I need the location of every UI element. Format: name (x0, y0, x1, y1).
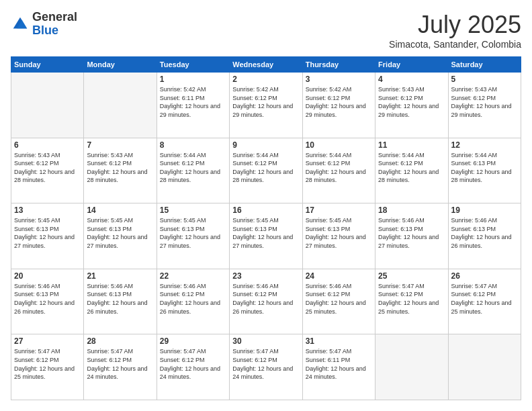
day-info: Sunrise: 5:45 AM Sunset: 6:13 PM Dayligh… (14, 216, 81, 250)
day-info: Sunrise: 5:44 AM Sunset: 6:12 PM Dayligh… (378, 151, 445, 185)
day-number: 15 (160, 205, 226, 215)
calendar-cell: 24Sunrise: 5:46 AM Sunset: 6:12 PM Dayli… (302, 269, 375, 334)
day-info: Sunrise: 5:43 AM Sunset: 6:12 PM Dayligh… (451, 85, 518, 119)
page: General Blue July 2025 Simacota, Santand… (0, 0, 532, 411)
day-number: 8 (160, 140, 226, 150)
day-number: 2 (232, 75, 299, 84)
calendar-cell (375, 334, 448, 400)
calendar-cell: 11Sunrise: 5:44 AM Sunset: 6:12 PM Dayli… (375, 138, 448, 203)
calendar-cell: 6Sunrise: 5:43 AM Sunset: 6:12 PM Daylig… (11, 138, 84, 203)
day-info: Sunrise: 5:47 AM Sunset: 6:12 PM Dayligh… (451, 282, 518, 316)
day-number: 5 (451, 75, 518, 84)
header-sunday: Sunday (11, 57, 84, 73)
calendar-cell: 30Sunrise: 5:47 AM Sunset: 6:12 PM Dayli… (230, 334, 302, 400)
calendar-cell: 16Sunrise: 5:45 AM Sunset: 6:13 PM Dayli… (230, 203, 302, 269)
day-info: Sunrise: 5:42 AM Sunset: 6:12 PM Dayligh… (232, 85, 299, 119)
day-info: Sunrise: 5:45 AM Sunset: 6:13 PM Dayligh… (87, 216, 153, 250)
day-number: 4 (378, 75, 445, 84)
day-info: Sunrise: 5:47 AM Sunset: 6:11 PM Dayligh… (306, 347, 372, 381)
calendar-cell (84, 73, 157, 138)
logo-icon (11, 15, 30, 34)
calendar-cell: 13Sunrise: 5:45 AM Sunset: 6:13 PM Dayli… (11, 203, 84, 269)
day-info: Sunrise: 5:47 AM Sunset: 6:12 PM Dayligh… (160, 347, 226, 381)
day-number: 25 (378, 271, 445, 281)
day-info: Sunrise: 5:46 AM Sunset: 6:13 PM Dayligh… (87, 282, 153, 316)
calendar-cell: 7Sunrise: 5:43 AM Sunset: 6:12 PM Daylig… (84, 138, 157, 203)
header-wednesday: Wednesday (230, 57, 302, 73)
day-number: 7 (87, 140, 153, 150)
calendar-cell: 23Sunrise: 5:46 AM Sunset: 6:12 PM Dayli… (230, 269, 302, 334)
calendar-cell: 26Sunrise: 5:47 AM Sunset: 6:12 PM Dayli… (448, 269, 521, 334)
calendar-cell: 9Sunrise: 5:44 AM Sunset: 6:12 PM Daylig… (230, 138, 302, 203)
week-row-5: 27Sunrise: 5:47 AM Sunset: 6:12 PM Dayli… (11, 334, 521, 400)
day-info: Sunrise: 5:44 AM Sunset: 6:13 PM Dayligh… (451, 151, 518, 185)
day-number: 23 (232, 271, 299, 281)
calendar-cell: 29Sunrise: 5:47 AM Sunset: 6:12 PM Dayli… (157, 334, 229, 400)
day-number: 30 (232, 336, 299, 346)
day-number: 18 (378, 205, 445, 215)
day-number: 13 (14, 205, 81, 215)
day-number: 27 (14, 336, 81, 346)
day-info: Sunrise: 5:47 AM Sunset: 6:12 PM Dayligh… (232, 347, 299, 381)
title-block: July 2025 Simacota, Santander, Colombia (389, 11, 521, 50)
calendar-cell (11, 73, 84, 138)
calendar-cell: 14Sunrise: 5:45 AM Sunset: 6:13 PM Dayli… (84, 203, 157, 269)
day-info: Sunrise: 5:42 AM Sunset: 6:11 PM Dayligh… (160, 85, 226, 119)
calendar-cell: 22Sunrise: 5:46 AM Sunset: 6:12 PM Dayli… (157, 269, 229, 334)
calendar-cell: 17Sunrise: 5:45 AM Sunset: 6:13 PM Dayli… (302, 203, 375, 269)
day-info: Sunrise: 5:46 AM Sunset: 6:12 PM Dayligh… (160, 282, 226, 316)
day-number: 19 (451, 205, 518, 215)
day-info: Sunrise: 5:47 AM Sunset: 6:12 PM Dayligh… (378, 282, 445, 316)
calendar-cell: 28Sunrise: 5:47 AM Sunset: 6:12 PM Dayli… (84, 334, 157, 400)
day-number: 16 (232, 205, 299, 215)
calendar-cell: 10Sunrise: 5:44 AM Sunset: 6:12 PM Dayli… (302, 138, 375, 203)
calendar-cell (448, 334, 521, 400)
calendar-cell: 27Sunrise: 5:47 AM Sunset: 6:12 PM Dayli… (11, 334, 84, 400)
day-number: 10 (306, 140, 372, 150)
header-saturday: Saturday (448, 57, 521, 73)
week-row-3: 13Sunrise: 5:45 AM Sunset: 6:13 PM Dayli… (11, 203, 521, 269)
logo-text: General Blue (32, 11, 77, 38)
calendar-cell: 20Sunrise: 5:46 AM Sunset: 6:13 PM Dayli… (11, 269, 84, 334)
day-info: Sunrise: 5:47 AM Sunset: 6:12 PM Dayligh… (14, 347, 81, 381)
week-row-4: 20Sunrise: 5:46 AM Sunset: 6:13 PM Dayli… (11, 269, 521, 334)
header-monday: Monday (84, 57, 157, 73)
day-number: 6 (14, 140, 81, 150)
calendar-cell: 12Sunrise: 5:44 AM Sunset: 6:13 PM Dayli… (448, 138, 521, 203)
day-info: Sunrise: 5:44 AM Sunset: 6:12 PM Dayligh… (160, 151, 226, 185)
location-subtitle: Simacota, Santander, Colombia (389, 39, 521, 50)
month-title: July 2025 (389, 11, 521, 39)
calendar-cell: 19Sunrise: 5:46 AM Sunset: 6:13 PM Dayli… (448, 203, 521, 269)
day-number: 1 (160, 75, 226, 84)
day-number: 3 (306, 75, 372, 84)
day-number: 24 (306, 271, 372, 281)
day-info: Sunrise: 5:45 AM Sunset: 6:13 PM Dayligh… (160, 216, 226, 250)
day-info: Sunrise: 5:43 AM Sunset: 6:12 PM Dayligh… (378, 85, 445, 119)
day-info: Sunrise: 5:46 AM Sunset: 6:13 PM Dayligh… (451, 216, 518, 250)
week-row-2: 6Sunrise: 5:43 AM Sunset: 6:12 PM Daylig… (11, 138, 521, 203)
calendar-cell: 1Sunrise: 5:42 AM Sunset: 6:11 PM Daylig… (157, 73, 229, 138)
day-number: 26 (451, 271, 518, 281)
calendar-cell: 15Sunrise: 5:45 AM Sunset: 6:13 PM Dayli… (157, 203, 229, 269)
day-info: Sunrise: 5:45 AM Sunset: 6:13 PM Dayligh… (232, 216, 299, 250)
calendar-cell: 21Sunrise: 5:46 AM Sunset: 6:13 PM Dayli… (84, 269, 157, 334)
day-number: 22 (160, 271, 226, 281)
day-info: Sunrise: 5:46 AM Sunset: 6:12 PM Dayligh… (232, 282, 299, 316)
logo: General Blue (11, 11, 77, 38)
header-tuesday: Tuesday (157, 57, 229, 73)
header-friday: Friday (375, 57, 448, 73)
header: General Blue July 2025 Simacota, Santand… (11, 11, 521, 50)
day-info: Sunrise: 5:46 AM Sunset: 6:12 PM Dayligh… (306, 282, 372, 316)
day-info: Sunrise: 5:43 AM Sunset: 6:12 PM Dayligh… (14, 151, 81, 185)
day-number: 17 (306, 205, 372, 215)
calendar-cell: 5Sunrise: 5:43 AM Sunset: 6:12 PM Daylig… (448, 73, 521, 138)
header-thursday: Thursday (302, 57, 375, 73)
day-number: 31 (306, 336, 372, 346)
day-number: 9 (232, 140, 299, 150)
day-number: 14 (87, 205, 153, 215)
day-info: Sunrise: 5:43 AM Sunset: 6:12 PM Dayligh… (87, 151, 153, 185)
day-number: 20 (14, 271, 81, 281)
day-info: Sunrise: 5:46 AM Sunset: 6:13 PM Dayligh… (14, 282, 81, 316)
day-info: Sunrise: 5:44 AM Sunset: 6:12 PM Dayligh… (306, 151, 372, 185)
calendar-cell: 4Sunrise: 5:43 AM Sunset: 6:12 PM Daylig… (375, 73, 448, 138)
